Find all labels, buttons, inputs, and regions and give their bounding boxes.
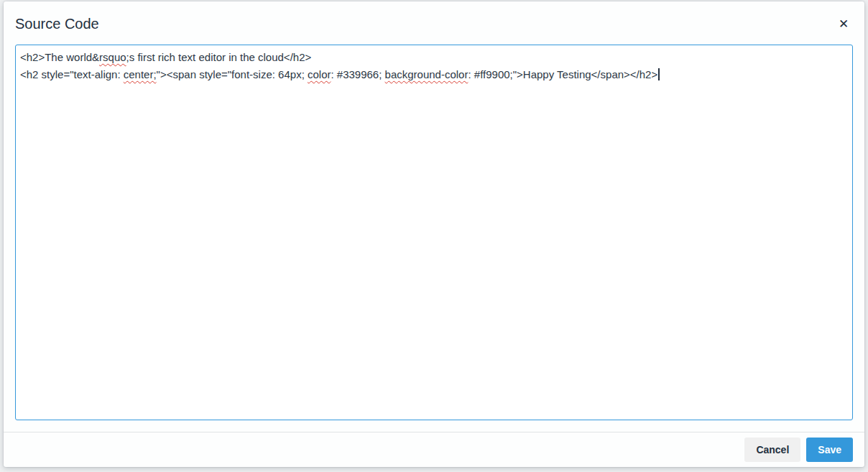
dialog-header: Source Code ✕	[4, 1, 864, 45]
dialog-footer: Cancel Save	[4, 432, 864, 467]
save-button[interactable]: Save	[806, 438, 853, 462]
text-caret	[658, 68, 660, 80]
code-line: <h2>The world&rsquo;s first rich text ed…	[20, 49, 848, 66]
source-code-dialog: Source Code ✕ <h2>The world&rsquo;s firs…	[4, 1, 864, 467]
close-icon: ✕	[839, 18, 849, 30]
code-line: <h2 style="text-align: center;"><span st…	[20, 66, 848, 83]
dialog-body: <h2>The world&rsquo;s first rich text ed…	[4, 45, 864, 432]
misspelled-word: center;	[124, 68, 157, 80]
misspelled-word: background-color	[385, 68, 468, 80]
cancel-button[interactable]: Cancel	[744, 438, 800, 462]
source-code-textarea[interactable]: <h2>The world&rsquo;s first rich text ed…	[15, 45, 853, 420]
close-button[interactable]: ✕	[830, 10, 857, 37]
misspelled-word: color	[308, 68, 331, 80]
misspelled-word: rsquo	[99, 51, 126, 63]
dialog-title: Source Code	[15, 14, 824, 34]
